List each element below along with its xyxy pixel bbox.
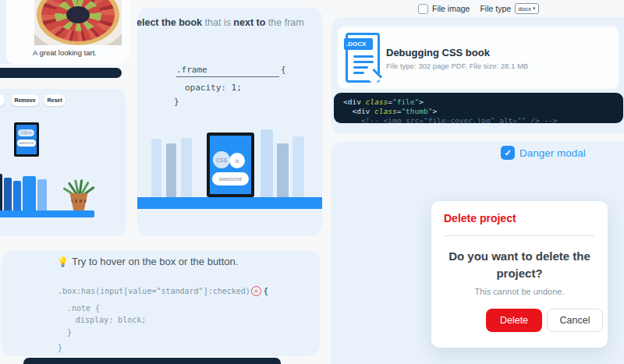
tart-card: A great looking tart. <box>0 0 129 64</box>
file-panel: .DOCX Debugging CSS book File type: 302 … <box>332 17 624 134</box>
doc-text-line <box>353 61 374 63</box>
bookshelf-panel: Remove Reset CSS is awesome <box>0 89 126 236</box>
books-row[interactable] <box>261 129 304 197</box>
css-rule-line: .frame{ <box>176 65 286 77</box>
file-title: Debugging CSS book <box>386 47 490 58</box>
tart-caption: A great looking tart. <box>6 48 123 57</box>
cancel-button[interactable]: Cancel <box>547 309 603 332</box>
book[interactable] <box>292 136 304 197</box>
picture-frame[interactable]: CSS is awesome <box>207 133 254 197</box>
shelf-bar <box>137 197 322 209</box>
open-brace: { <box>281 65 286 75</box>
bulb-icon: 💡 <box>57 256 69 267</box>
delete-modal: Delete project Do you want to delete the… <box>431 201 608 348</box>
chevron-down-icon: ▾ <box>533 5 536 12</box>
doc-text-line <box>353 66 368 69</box>
code-line: } <box>58 344 62 352</box>
screen: A great looking tart. Remove Reset CSS i… <box>0 0 624 364</box>
code-line: .box:has(input[value="standard"]:checked… <box>58 286 268 296</box>
docx-badge: .DOCX <box>344 38 373 50</box>
book[interactable] <box>277 143 289 197</box>
close-brace: } <box>174 97 179 107</box>
cross-circle-icon: ✕ <box>251 286 261 296</box>
modal-note: This cannot be undone. <box>431 287 608 296</box>
shelf-bar <box>0 210 94 217</box>
file-type-label: File type <box>480 4 511 13</box>
book <box>4 178 12 210</box>
delete-button[interactable]: Delete <box>486 309 542 332</box>
modal-title: Delete project <box>444 212 516 224</box>
remove-button[interactable]: Remove <box>11 94 39 106</box>
bubble-awesome: awesome <box>212 172 249 186</box>
docx-file-icon: .DOCX <box>346 33 380 83</box>
css-declaration: opacity: 1; <box>185 83 242 93</box>
file-filter-bar: File image File type docx ▾ <box>418 2 539 16</box>
books-row <box>0 173 47 210</box>
code-line: } <box>67 328 72 337</box>
blueberry-center-shape <box>66 6 90 23</box>
select-book-card: elect the book that is next to the fram … <box>137 8 322 236</box>
file-meta: File type: 302 page PDF. File size: 28.1… <box>386 62 528 70</box>
file-image-label: File image <box>432 4 470 13</box>
hover-tip-card: 💡Try to hover on the box or the button. … <box>2 250 320 356</box>
danger-modal-checkbox[interactable]: ✓ <box>501 146 515 160</box>
question-line: Do you want to delete the <box>431 248 608 265</box>
clipped-button[interactable] <box>0 94 5 106</box>
tip-line: 💡Try to hover on the box or the button. <box>57 256 238 267</box>
file-type-select[interactable]: docx ▾ <box>515 3 538 14</box>
danger-modal-label[interactable]: Danger modal <box>519 147 586 159</box>
open-brace: { <box>264 287 268 295</box>
doc-text-line <box>353 55 374 58</box>
selector-input[interactable]: .frame <box>176 65 279 77</box>
file-card[interactable]: .DOCX Debugging CSS book File type: 302 … <box>337 26 619 90</box>
navy-shelf-bar <box>0 68 122 78</box>
page-fold-shape <box>366 69 382 85</box>
book <box>37 179 47 210</box>
book <box>0 174 2 210</box>
book[interactable] <box>151 139 161 197</box>
selector-text: .box:has(input[value="standard"]:checked… <box>58 287 250 295</box>
code-line: .note { <box>67 304 100 313</box>
modal-question: Do you want to delete the project? <box>431 248 608 282</box>
book[interactable] <box>261 129 273 197</box>
tart-photo <box>34 0 122 45</box>
check-icon: ✓ <box>504 148 511 158</box>
doc-text-line <box>353 72 364 74</box>
mini-picture-frame: CSS is awesome <box>14 122 39 157</box>
book <box>23 176 36 210</box>
books-row[interactable] <box>151 138 192 197</box>
book[interactable] <box>166 143 176 197</box>
book <box>13 181 21 210</box>
bubble-css: CSS <box>213 151 230 168</box>
modal-divider <box>444 235 594 236</box>
mini-frame-text: CSS is <box>18 129 34 136</box>
tip-text: Try to hover on the box or the button. <box>72 256 238 267</box>
prompt-text: elect the book that is next to the fram <box>137 17 304 28</box>
danger-modal-panel: ✓ Danger modal Delete project Do you wan… <box>332 142 624 364</box>
pot-pattern <box>70 200 87 203</box>
mini-frame-text: awesome <box>17 140 36 147</box>
file-type-value: docx <box>518 5 531 12</box>
file-image-checkbox[interactable] <box>418 4 428 14</box>
reset-button[interactable]: Reset <box>44 94 66 106</box>
html-code-block: <div class="file"> <div class="thumb"> <… <box>334 93 623 123</box>
plant-pot <box>69 193 89 210</box>
code-line: display: block; <box>76 316 146 324</box>
question-line: project? <box>431 265 608 282</box>
book[interactable] <box>181 138 192 197</box>
bubble-is: is <box>229 153 245 168</box>
bottom-shelf-bar <box>23 358 281 364</box>
